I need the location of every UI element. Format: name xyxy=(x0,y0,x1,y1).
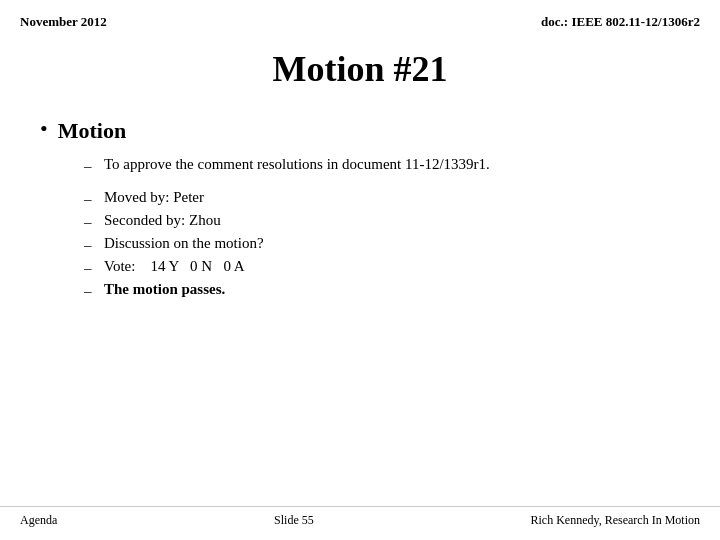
list-item: – The motion passes. xyxy=(84,281,680,300)
main-bullet: • Motion xyxy=(40,118,680,144)
content-area: • Motion – To approve the comment resolu… xyxy=(0,118,720,300)
bullet-symbol: • xyxy=(40,116,48,142)
sub-item-text: Vote: 14 Y 0 N 0 A xyxy=(104,258,245,275)
header-date: November 2012 xyxy=(20,14,107,30)
list-item: – Seconded by: Zhou xyxy=(84,212,680,231)
footer-slide-number: Slide 55 xyxy=(274,513,314,528)
list-item: – To approve the comment resolutions in … xyxy=(84,156,680,175)
footer-agenda: Agenda xyxy=(20,513,57,528)
title-section: Motion #21 xyxy=(0,48,720,90)
slide-title: Motion #21 xyxy=(0,48,720,90)
list-item: – Discussion on the motion? xyxy=(84,235,680,254)
dash-icon: – xyxy=(84,237,96,254)
dash-icon: – xyxy=(84,158,96,175)
dash-icon: – xyxy=(84,191,96,208)
list-item: – Vote: 14 Y 0 N 0 A xyxy=(84,258,680,277)
slide: November 2012 doc.: IEEE 802.11-12/1306r… xyxy=(0,0,720,540)
header-doc: doc.: IEEE 802.11-12/1306r2 xyxy=(541,14,700,30)
sub-item-text: Seconded by: Zhou xyxy=(104,212,221,229)
main-bullet-text: Motion xyxy=(58,118,126,144)
sub-item-text: The motion passes. xyxy=(104,281,225,298)
sub-item-text: Discussion on the motion? xyxy=(104,235,264,252)
list-item: – Moved by: Peter xyxy=(84,189,680,208)
sub-item-text: Moved by: Peter xyxy=(104,189,204,206)
dash-icon: – xyxy=(84,283,96,300)
header: November 2012 doc.: IEEE 802.11-12/1306r… xyxy=(0,0,720,30)
dash-icon: – xyxy=(84,214,96,231)
sub-item-text: To approve the comment resolutions in do… xyxy=(104,156,490,173)
footer: Agenda Slide 55 Rich Kennedy, Research I… xyxy=(0,506,720,528)
dash-icon: – xyxy=(84,260,96,277)
footer-author: Rich Kennedy, Research In Motion xyxy=(530,513,700,528)
sub-items-list: – To approve the comment resolutions in … xyxy=(40,156,680,300)
